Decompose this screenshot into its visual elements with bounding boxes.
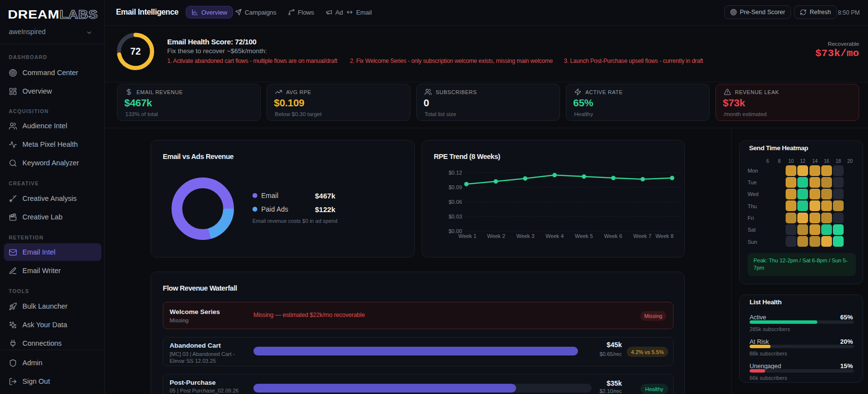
svg-text:$0.06: $0.06	[448, 199, 462, 205]
svg-text:Week 6: Week 6	[604, 233, 622, 239]
svg-text:$0.12: $0.12	[448, 170, 462, 176]
svg-text:$0.09: $0.09	[448, 184, 462, 190]
svg-text:Week 7: Week 7	[633, 233, 651, 239]
svg-text:Week 4: Week 4	[545, 233, 563, 239]
svg-text:Week 1: Week 1	[458, 233, 476, 239]
svg-text:Week 3: Week 3	[516, 233, 534, 239]
svg-text:Week 2: Week 2	[487, 233, 505, 239]
svg-text:$0.03: $0.03	[448, 214, 462, 219]
svg-text:Week 8: Week 8	[656, 233, 674, 239]
svg-text:Week 5: Week 5	[575, 233, 593, 239]
svg-text:72: 72	[130, 46, 141, 57]
